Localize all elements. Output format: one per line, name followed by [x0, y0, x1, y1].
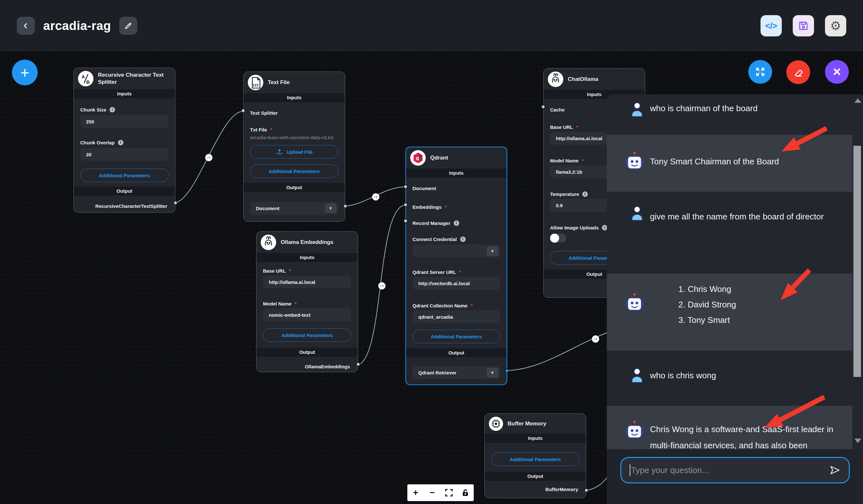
edit-title-button[interactable]: [119, 17, 137, 35]
collection-name-input[interactable]: qdrant_arcadia: [412, 310, 500, 323]
user-avatar-icon: [629, 205, 645, 223]
node-ollama-embeddings[interactable]: Ollama Embeddings Inputs Base URL* http:…: [256, 231, 358, 372]
base-url-label: Base URL*: [257, 268, 358, 274]
output-section-header: Output: [243, 183, 345, 192]
clear-chat-button[interactable]: [786, 60, 810, 84]
chat-row-user: give me all the name from the board of d…: [607, 192, 852, 274]
bot-avatar-icon: [625, 150, 644, 172]
additional-parameters-button[interactable]: Additional Parameters: [412, 330, 500, 343]
additional-parameters-button[interactable]: Additional Parameters: [250, 164, 338, 178]
input-port-embeddings[interactable]: [403, 203, 408, 207]
svg-text:A: A: [82, 74, 85, 79]
model-name-input[interactable]: nomic-embed-text: [263, 308, 351, 321]
top-bar: arcadia-rag </> ⚙: [0, 0, 863, 52]
chunk-overlap-input[interactable]: 20: [80, 148, 168, 161]
user-avatar-icon: [629, 367, 645, 385]
node-title: ChatOllama: [568, 76, 598, 83]
output-type-dropdown[interactable]: Document ▼: [250, 202, 338, 215]
field-label: Chunk Overlapi: [74, 140, 175, 145]
save-flow-button[interactable]: [793, 15, 814, 36]
output-section-header: Output: [74, 187, 175, 196]
inputs-section-header: Inputs: [257, 253, 358, 262]
info-icon[interactable]: i: [454, 220, 459, 226]
node-text-file[interactable]: TXT Text File Inputs Text Splitter Txt F…: [243, 72, 345, 222]
allow-image-uploads-toggle[interactable]: [550, 234, 566, 243]
output-port[interactable]: [584, 488, 588, 492]
node-qdrant[interactable]: q Qdrant Inputs Document Embeddings* Rec…: [405, 147, 507, 385]
collection-name-label: Qdrant Collection Name*: [406, 303, 506, 308]
chat-row-bot: 1. Chris Wong 2. David Strong 3. Tony Sm…: [607, 274, 852, 351]
close-x-icon: ✕: [833, 65, 842, 78]
lock-button[interactable]: [457, 484, 474, 501]
node-title: Buffer Memory: [508, 420, 546, 427]
bot-avatar-icon: [625, 292, 644, 313]
chat-input-area: [607, 449, 863, 504]
pencil-icon: [124, 22, 133, 30]
canvas-controls: + −: [407, 484, 474, 501]
upload-file-button[interactable]: Upload File: [250, 145, 338, 159]
inputs-section-header: Inputs: [485, 434, 586, 443]
input-port-cache[interactable]: [541, 105, 545, 109]
output-section-header: Output: [406, 348, 506, 357]
output-port[interactable]: [173, 201, 177, 205]
chat-scrollbar-thumb[interactable]: [853, 146, 861, 377]
add-node-button[interactable]: +: [12, 60, 38, 85]
chat-message: Tony Smart Chairman of the Board: [650, 153, 779, 169]
view-code-button[interactable]: </>: [761, 15, 782, 36]
node-title: Text File: [268, 79, 290, 86]
chevron-down-icon[interactable]: ▼: [487, 368, 498, 377]
credential-dropdown[interactable]: ▼: [412, 244, 500, 257]
scroll-down-arrow-icon[interactable]: [854, 439, 861, 443]
chat-input-box[interactable]: [620, 457, 850, 483]
output-port[interactable]: [343, 204, 347, 208]
base-url-input[interactable]: http://ollama.ai.local: [263, 276, 351, 288]
document-anchor-label: Document: [406, 185, 506, 191]
additional-parameters-button[interactable]: Additional Parameters: [491, 452, 579, 466]
server-url-input[interactable]: http://vectordb.ai.local: [412, 277, 500, 290]
chat-question-input[interactable]: [631, 465, 829, 475]
info-icon[interactable]: i: [582, 191, 588, 197]
additional-parameters-button[interactable]: Additional Parameters: [263, 328, 351, 342]
svg-text:B: B: [86, 79, 90, 85]
llama-icon: [548, 72, 563, 87]
paper-plane-icon[interactable]: [829, 465, 840, 476]
output-type-dropdown[interactable]: Qdrant Retriever ▼: [412, 366, 500, 379]
zoom-in-button[interactable]: +: [407, 484, 424, 501]
back-button[interactable]: [17, 17, 35, 35]
info-icon[interactable]: i: [110, 107, 115, 112]
zoom-out-button[interactable]: −: [424, 484, 441, 501]
user-avatar-icon: [629, 101, 645, 119]
node-title: Ollama Embeddings: [281, 239, 333, 246]
close-chat-button[interactable]: ✕: [825, 60, 849, 84]
list-item: 3. Tony Smart: [678, 312, 736, 328]
output-name: RecursiveCharacterTextSplitter: [74, 203, 175, 209]
settings-button[interactable]: ⚙: [825, 15, 846, 36]
flow-editor: AB Recursive Character Text Splitter Inp…: [0, 0, 863, 504]
output-name: OllamaEmbeddings: [257, 364, 358, 369]
chevron-down-icon[interactable]: ▼: [487, 246, 498, 256]
chat-row-bot: Chris Wong is a software-and SaaS-first …: [607, 406, 852, 449]
chunk-size-input[interactable]: 250: [80, 115, 168, 128]
input-port[interactable]: [241, 109, 245, 113]
chevron-down-icon[interactable]: ▼: [325, 203, 336, 213]
node-buffer-memory[interactable]: Buffer Memory Inputs Additional Paramete…: [484, 414, 586, 498]
input-port-document[interactable]: [403, 185, 408, 189]
output-port[interactable]: [356, 362, 360, 366]
info-icon[interactable]: i: [118, 140, 123, 145]
list-item: 2. David Strong: [678, 297, 736, 312]
output-port[interactable]: [505, 369, 509, 373]
fit-view-button[interactable]: [440, 484, 457, 501]
info-icon[interactable]: i: [460, 237, 466, 242]
additional-parameters-button[interactable]: Additional Parameters: [80, 168, 168, 182]
eraser-icon: [792, 66, 804, 78]
node-title: Qdrant: [430, 154, 448, 162]
chat-message: who is chairman of the board: [650, 100, 758, 116]
input-port-record-manager[interactable]: [403, 219, 408, 223]
chat-message-list: 1. Chris Wong 2. David Strong 3. Tony Sm…: [678, 281, 736, 328]
scroll-up-arrow-icon[interactable]: [854, 98, 861, 103]
expand-chat-button[interactable]: [748, 60, 772, 84]
text-cursor: [630, 464, 630, 476]
expand-arrows-icon: [754, 66, 766, 78]
node-recursive-character-text-splitter[interactable]: AB Recursive Character Text Splitter Inp…: [74, 68, 175, 213]
chat-message: give me all the name from the board of d…: [650, 209, 830, 225]
